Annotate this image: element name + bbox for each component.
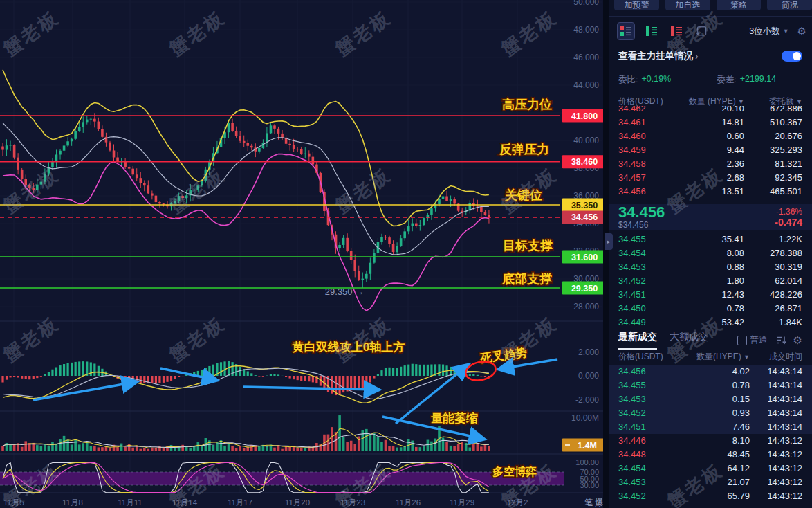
- svg-text:30.00: 30.00: [580, 481, 599, 489]
- bid-row[interactable]: 34.44953.421.84K: [609, 316, 812, 325]
- trade-row[interactable]: 34.44848.4514:43:12: [609, 448, 812, 462]
- collapse-panel-handle[interactable]: ▸: [605, 233, 613, 250]
- svg-text:高压力位: 高压力位: [502, 98, 552, 111]
- ask-row[interactable]: 34.4572.6892.345: [609, 171, 812, 185]
- ask-row[interactable]: 34.4582.3681.321: [609, 157, 812, 171]
- bid-row[interactable]: 34.4530.8830.319: [609, 260, 812, 274]
- weibi-label: 委比:: [618, 74, 638, 86]
- ratio-row: 委比: +0.19% 委差: +2199.14: [618, 74, 802, 86]
- normal-filter-label: 普通: [750, 334, 768, 346]
- svg-text:反弹压力: 反弹压力: [499, 143, 549, 156]
- svg-text:40.000: 40.000: [573, 136, 599, 145]
- tab-large-trades[interactable]: 大额成交: [670, 331, 708, 350]
- ask-row[interactable]: 34.46114.81510.367: [609, 116, 812, 129]
- svg-text:多空博弈: 多空博弈: [492, 465, 537, 478]
- sort-icon[interactable]: [776, 336, 786, 345]
- trade-row[interactable]: 34.45464.1214:43:12: [609, 462, 812, 475]
- svg-text:2.000: 2.000: [578, 347, 599, 357]
- weicha-label: 委差:: [717, 74, 736, 86]
- svg-text:11月23: 11月23: [340, 498, 365, 507]
- bid-row[interactable]: 34.45112.43428.226: [609, 288, 812, 302]
- trades-list: 34.4564.0214:43:1434.4550.7814:43:1434.4…: [609, 365, 812, 503]
- decimal-precision-selector[interactable]: 3位小数 ▼: [749, 26, 788, 37]
- svg-text:11月8: 11月8: [62, 498, 83, 507]
- strategy-button[interactable]: 策略: [717, 0, 762, 10]
- trade-row[interactable]: 34.4520.9314:43:14: [609, 406, 812, 420]
- svg-text:38.460: 38.460: [571, 157, 598, 167]
- trade-price-header: 价格(USDT): [618, 351, 685, 363]
- svg-text:46.000: 46.000: [573, 53, 599, 62]
- bid-row[interactable]: 34.4521.8062.014: [609, 274, 812, 288]
- last-price: 34.456: [618, 206, 665, 219]
- svg-text:12月2: 12月2: [507, 498, 528, 507]
- main-orders-toggle[interactable]: [782, 51, 802, 62]
- trade-row[interactable]: 34.4468.1014:43:12: [609, 434, 812, 448]
- ask-row[interactable]: 34.4600.6020.676: [609, 129, 812, 143]
- trades-tabs: 最新成交 大额成交 普通 ⚙: [618, 331, 802, 350]
- asks-list: 34.46220.10672.88634.46114.81510.36734.4…: [609, 106, 812, 203]
- divider: [609, 16, 812, 17]
- bid-row[interactable]: 34.4500.7826.871: [609, 302, 812, 316]
- bid-row[interactable]: 34.45535.411.22K: [609, 233, 812, 246]
- bid-row[interactable]: 34.4548.08278.388: [609, 246, 812, 260]
- last-price-block[interactable]: 34.456 $34.456 -1.36% -0.474: [609, 204, 812, 230]
- svg-text:底部支撑: 底部支撑: [501, 272, 552, 286]
- market-side-panel: 加预警 加自选 策略 简况 3位小数 ▼ ⚙: [609, 0, 812, 508]
- svg-text:11月20: 11月20: [285, 498, 310, 507]
- orderbook-toolbar: 3位小数 ▼ ⚙: [617, 21, 806, 41]
- svg-text:0.000: 0.000: [578, 371, 599, 381]
- tab-latest-trades[interactable]: 最新成交: [618, 331, 657, 350]
- orderbook-bids-icon[interactable]: [643, 23, 660, 39]
- svg-text:31.600: 31.600: [571, 253, 598, 262]
- normal-filter-checkbox[interactable]: [737, 336, 747, 345]
- trade-row[interactable]: 34.4550.7814:43:14: [609, 379, 812, 392]
- svg-text:48.000: 48.000: [573, 25, 599, 35]
- weicha-dashes: ------: [704, 86, 723, 94]
- trade-row[interactable]: 34.4517.4614:43:14: [609, 420, 812, 434]
- main-orders-row: 查看主力挂单情况 ›: [618, 50, 802, 62]
- price-level-lines: [0, 116, 560, 288]
- svg-text:44.000: 44.000: [573, 80, 599, 90]
- trade-row[interactable]: 34.4530.1514:43:14: [609, 392, 812, 406]
- add-alert-button[interactable]: 加预警: [614, 0, 659, 10]
- trades-gear-icon[interactable]: ⚙: [793, 334, 802, 347]
- svg-text:1.4M: 1.4M: [578, 441, 597, 451]
- axis-labels: 50.00048.00046.00044.00040.00038.00036.0…: [3, 0, 603, 507]
- orderbook-asks-icon[interactable]: [668, 23, 685, 39]
- bids-list: 34.45535.411.22K34.4548.08278.38834.4530…: [609, 233, 812, 325]
- svg-text:量能萎缩: 量能萎缩: [431, 412, 478, 425]
- main-orders-link[interactable]: 查看主力挂单情况: [618, 50, 693, 62]
- trade-qty-header[interactable]: 数量(HYPE) ▼: [685, 351, 750, 363]
- svg-text:11月14: 11月14: [172, 498, 198, 507]
- svg-text:10.00M: 10.00M: [571, 413, 599, 423]
- chevron-right-icon: ›: [695, 51, 699, 62]
- svg-text:50.000: 50.000: [573, 0, 599, 7]
- gear-icon[interactable]: ⚙: [797, 25, 806, 37]
- trade-row[interactable]: 34.4564.0214:43:14: [609, 365, 812, 379]
- layout-icon[interactable]: [693, 23, 710, 39]
- ask-row[interactable]: 34.45613.51465.501: [609, 185, 812, 199]
- last-price-usd: $34.456: [618, 220, 665, 230]
- svg-text:11月5: 11月5: [3, 498, 24, 507]
- svg-text:34.456: 34.456: [571, 212, 598, 222]
- ask-row[interactable]: 34.46220.10672.886: [609, 106, 812, 116]
- panel-divider: [603, 0, 609, 508]
- trading-app-window: 50.00048.00046.00044.00040.00038.00036.0…: [0, 0, 812, 508]
- svg-text:笔 爆: 笔 爆: [584, 498, 603, 507]
- orderbook-both-icon[interactable]: [617, 22, 635, 40]
- add-favorite-button[interactable]: 加自选: [665, 0, 710, 10]
- svg-text:41.800: 41.800: [571, 111, 598, 121]
- svg-text:100.00: 100.00: [575, 458, 599, 466]
- change-absolute: -0.474: [775, 217, 802, 228]
- svg-text:11月26: 11月26: [396, 498, 421, 507]
- trade-row[interactable]: 34.45265.7914:43:12: [609, 489, 812, 503]
- action-buttons: 加预警 加自选 策略 简况: [614, 0, 812, 10]
- svg-text:11月11: 11月11: [118, 498, 142, 507]
- weibi-dashes: ------: [618, 86, 638, 94]
- kline-chart[interactable]: 50.00048.00046.00044.00040.00038.00036.0…: [0, 0, 609, 508]
- overview-button[interactable]: 简况: [767, 0, 812, 10]
- ask-row[interactable]: 34.4599.44325.293: [609, 143, 812, 157]
- svg-text:11月17: 11月17: [228, 498, 252, 507]
- trades-header: 价格(USDT) 数量(HYPE) ▼ 成交时间: [618, 351, 802, 363]
- trade-row[interactable]: 34.45321.0714:43:12: [609, 475, 812, 489]
